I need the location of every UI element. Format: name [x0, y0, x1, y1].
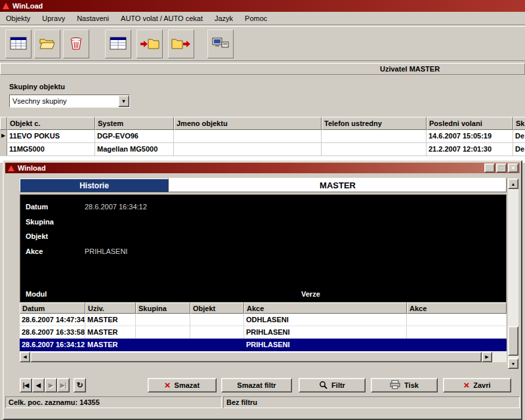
table-icon	[10, 35, 27, 52]
tab-historie[interactable]: Historie	[20, 178, 169, 192]
hcol-uziv[interactable]: Uziv.	[85, 303, 136, 314]
cell-objekt: 11MG5000	[7, 143, 95, 156]
hcell-akce2	[407, 314, 507, 326]
group-select[interactable]: Vsechny skupiny ▼	[9, 94, 130, 108]
cell-system: Magellan MG5000	[95, 143, 174, 156]
open-button[interactable]	[34, 30, 60, 58]
maximize-button[interactable]: □	[496, 163, 507, 173]
field-akce-label: Akce	[26, 247, 43, 255]
delete-button[interactable]	[63, 30, 89, 58]
user-header-label: MASTER	[320, 180, 356, 190]
hcell-objekt	[190, 326, 244, 339]
trash-icon	[68, 35, 85, 52]
detail-table-button[interactable]	[105, 30, 131, 58]
menu-pomoc[interactable]: Pomoc	[239, 14, 273, 22]
smazat-filtr-button[interactable]: Smazat filtr	[221, 378, 292, 392]
nav-refresh-button[interactable]: ↻	[74, 378, 86, 392]
hcell-skupina	[136, 339, 190, 351]
scroll-left-icon[interactable]: ◀	[20, 352, 30, 362]
magnifier-icon	[319, 381, 327, 390]
scrollbar-thumb[interactable]	[508, 326, 518, 356]
hcol-skupina[interactable]: Skupina	[136, 303, 190, 314]
hcell-skupina	[136, 314, 190, 326]
zavri-button[interactable]: × Zavri	[443, 378, 511, 392]
col-telefon[interactable]: Telefon ustredny	[322, 117, 427, 130]
import-button[interactable]	[136, 30, 163, 58]
menu-objekty[interactable]: Objekty	[0, 14, 36, 22]
col-jmeno[interactable]: Jmeno objektu	[174, 117, 322, 130]
vertical-scrollbar[interactable]: ▲ ▼	[508, 178, 518, 369]
dialog-titlebar[interactable]: Winload _ □ ×	[5, 163, 520, 173]
menu-upravy[interactable]: Upravy	[36, 14, 71, 22]
hcell-datum: 28.6.2007 16:33:58	[20, 326, 85, 339]
smazat-filtr-label: Smazat filtr	[237, 381, 276, 389]
current-row-marker-icon: ▶	[0, 130, 7, 142]
cell-posledni: 21.2.2007 12:01:30	[427, 143, 513, 156]
col-posledni[interactable]: Posledni volani	[427, 117, 513, 130]
history-row-selected[interactable]: 28.6.2007 16:34:12 MASTER PRIHLASENI	[20, 339, 507, 351]
hcell-akce: PRIHLASENI	[244, 339, 407, 351]
table-row[interactable]: 11MG5000 Magellan MG5000 21.2.2007 12:01…	[0, 143, 525, 156]
tisk-button[interactable]: Tisk	[371, 378, 438, 392]
nav-next-button[interactable]: ▶	[45, 378, 57, 392]
hcol-datum[interactable]: Datum	[20, 303, 85, 314]
hcell-datum: 28.6.2007 14:47:34	[20, 314, 85, 326]
nav-first-button[interactable]: |◀	[20, 378, 32, 392]
table-columns-icon	[110, 35, 127, 52]
field-skupina-label: Skupina	[26, 218, 54, 226]
scroll-down-icon[interactable]: ▼	[508, 358, 518, 369]
col-objekt-c[interactable]: Objekt c.	[7, 117, 95, 130]
menu-jazyk[interactable]: Jazyk	[209, 14, 239, 22]
cell-skupina: De	[513, 143, 525, 156]
menu-nastaveni[interactable]: Nastaveni	[71, 14, 115, 22]
filtr-button[interactable]: Filtr	[299, 378, 366, 392]
export-button[interactable]	[168, 30, 194, 58]
cell-skupina: De	[513, 130, 525, 142]
main-titlebar[interactable]: WinLoad	[0, 0, 525, 12]
hcell-skupina	[136, 326, 190, 339]
hcell-akce: PRIHLASENI	[244, 326, 407, 339]
new-objects-table-button[interactable]	[5, 30, 32, 58]
table-row[interactable]: ▶ 11EVO POKUS DGP-EVO96 14.6.2007 15:05:…	[0, 130, 525, 143]
smazat-button[interactable]: × Smazat	[148, 378, 217, 392]
close-button[interactable]: ×	[508, 163, 518, 173]
col-system[interactable]: System	[95, 117, 174, 130]
hcell-uziv: MASTER	[85, 326, 136, 339]
objects-table: Objekt c. System Jmeno objektu Telefon u…	[0, 117, 525, 156]
folder-import-icon	[140, 35, 159, 52]
hcol-akce2[interactable]: Akce	[407, 303, 507, 314]
scroll-right-icon[interactable]: ▶	[482, 352, 492, 362]
horizontal-scrollbar[interactable]: ◀ ▶	[20, 352, 507, 362]
hcell-objekt	[190, 314, 244, 326]
minimize-button[interactable]: _	[484, 163, 495, 173]
menu-auto[interactable]: AUTO volat / AUTO cekat	[115, 14, 209, 22]
hcol-akce[interactable]: Akce	[244, 303, 407, 314]
hcol-objekt[interactable]: Objekt	[190, 303, 244, 314]
pc-transfer-button[interactable]	[207, 30, 234, 58]
field-objekt-label: Objekt	[26, 232, 48, 240]
scroll-up-icon[interactable]: ▲	[508, 178, 518, 189]
chevron-down-icon[interactable]: ▼	[118, 95, 129, 107]
dialog-title: Winload	[18, 164, 46, 172]
hcell-objekt	[190, 339, 244, 351]
cell-posledni: 14.6.2007 15:05:19	[427, 130, 513, 142]
window-title: WinLoad	[12, 2, 43, 10]
nav-last-button[interactable]: ▶|	[57, 378, 70, 392]
field-datum-value: 28.6.2007 16:34:12	[85, 203, 147, 211]
scrollbar-thumb[interactable]	[30, 352, 482, 362]
menu-bar: Objekty Upravy Nastaveni AUTO volat / AU…	[0, 12, 525, 25]
col-skupina[interactable]: Sk	[513, 117, 525, 130]
history-dialog: Winload _ □ × Historie MASTER Datum 28.6…	[3, 160, 522, 420]
group-section-label: Skupiny objektu	[9, 83, 65, 91]
field-modul-label: Modul	[26, 290, 47, 298]
hcell-uziv: MASTER	[85, 314, 136, 326]
objects-table-header: Objekt c. System Jmeno objektu Telefon u…	[0, 117, 525, 130]
indicator-column-header	[0, 117, 7, 130]
nav-prev-button[interactable]: ◀	[32, 378, 45, 392]
cell-telefon	[322, 143, 427, 156]
winload-app: WinLoad Objekty Upravy Nastaveni AUTO vo…	[0, 0, 525, 420]
hcell-akce: ODHLASENI	[244, 314, 407, 326]
history-row[interactable]: 28.6.2007 16:33:58 MASTER PRIHLASENI	[20, 326, 507, 339]
current-user-label: Uzivatel MASTER	[380, 65, 440, 73]
history-row[interactable]: 28.6.2007 14:47:34 MASTER ODHLASENI	[20, 314, 507, 326]
